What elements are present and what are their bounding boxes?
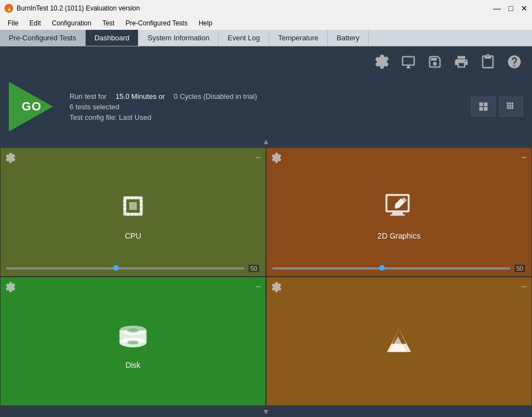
view-tiles-button[interactable] bbox=[471, 97, 496, 117]
help-icon[interactable] bbox=[503, 51, 525, 73]
config-file: Test config file: Last Used bbox=[70, 113, 151, 122]
print-icon[interactable] bbox=[450, 51, 472, 73]
run-duration: 15.0 Minutes or bbox=[115, 92, 165, 101]
menu-pre-configured-tests[interactable]: Pre-Configured Tests bbox=[121, 18, 192, 28]
3dgfx-icon bbox=[377, 319, 421, 363]
tile-2dgfx-minimize[interactable]: − bbox=[521, 152, 527, 162]
app-icon: 🔥 bbox=[4, 4, 13, 13]
tab-system-information[interactable]: System Information bbox=[139, 30, 219, 46]
tests-selected: 6 tests selected bbox=[70, 103, 119, 111]
expand-arrow[interactable]: ▼ bbox=[0, 406, 532, 417]
svg-rect-18 bbox=[390, 214, 405, 216]
menu-help[interactable]: Help bbox=[194, 18, 217, 28]
minimize-button[interactable]: — bbox=[493, 4, 501, 13]
tile-2dgfx-slider-row: 50 bbox=[272, 264, 526, 273]
cpu-icon bbox=[111, 184, 155, 228]
go-area: GO Run test for 15.0 Minutes or 0 Cycles… bbox=[0, 77, 532, 136]
tile-2dgfx-slider[interactable] bbox=[272, 267, 510, 270]
run-info: Run test for 15.0 Minutes or 0 Cycles (D… bbox=[70, 92, 257, 122]
tile-3d-graphics: − bbox=[266, 277, 532, 406]
tile-cpu: − bbox=[0, 147, 266, 277]
2dgfx-icon bbox=[377, 184, 421, 228]
monitor-icon[interactable] bbox=[397, 51, 419, 73]
menu-bar: File Edit Configuration Test Pre-Configu… bbox=[0, 17, 532, 30]
tab-dashboard[interactable]: Dashboard bbox=[86, 30, 139, 46]
run-test-for-label: Run test for bbox=[70, 92, 107, 101]
gear-icon[interactable] bbox=[371, 51, 393, 73]
view-grid-button[interactable] bbox=[499, 97, 523, 117]
tile-2dgfx-label: 2D Graphics bbox=[377, 231, 421, 240]
tile-2dgfx-value: 50 bbox=[514, 264, 526, 273]
disk-icon bbox=[111, 313, 155, 357]
tile-2d-graphics: − 2D Graphics 50 bbox=[266, 147, 532, 277]
save-icon[interactable] bbox=[424, 51, 446, 73]
tile-cpu-label: CPU bbox=[125, 231, 141, 240]
tab-bar: Pre-Configured Tests Dashboard System In… bbox=[0, 30, 532, 46]
toolbar-icons bbox=[371, 51, 525, 73]
tile-disk-settings[interactable] bbox=[5, 282, 16, 294]
svg-point-24 bbox=[127, 341, 139, 345]
app-title: BurnInTest 10.2 (1011) Evaluation versio… bbox=[17, 4, 140, 12]
menu-configuration[interactable]: Configuration bbox=[47, 18, 95, 28]
menu-edit[interactable]: Edit bbox=[25, 18, 45, 28]
menu-test[interactable]: Test bbox=[98, 18, 119, 28]
toolbar bbox=[0, 46, 532, 77]
svg-point-23 bbox=[127, 329, 139, 332]
collapse-arrow[interactable]: ▲ bbox=[0, 136, 532, 147]
tile-disk-minimize[interactable]: − bbox=[255, 282, 261, 292]
window-controls[interactable]: — □ ✕ bbox=[493, 4, 528, 13]
close-button[interactable]: ✕ bbox=[521, 4, 528, 13]
tile-cpu-value: 50 bbox=[248, 264, 260, 273]
tab-pre-configured-tests[interactable]: Pre-Configured Tests bbox=[0, 30, 86, 46]
clipboard-icon[interactable] bbox=[477, 51, 499, 73]
tab-temperature[interactable]: Temperature bbox=[269, 30, 328, 46]
svg-point-19 bbox=[395, 205, 397, 209]
maximize-button[interactable]: □ bbox=[509, 4, 513, 13]
tile-cpu-slider[interactable] bbox=[6, 267, 244, 270]
title-bar: 🔥 BurnInTest 10.2 (1011) Evaluation vers… bbox=[0, 0, 532, 17]
tile-cpu-settings[interactable] bbox=[5, 152, 16, 165]
main-content: GO Run test for 15.0 Minutes or 0 Cycles… bbox=[0, 46, 532, 417]
tiles-grid: − bbox=[0, 147, 532, 406]
svg-rect-17 bbox=[392, 212, 403, 214]
tile-cpu-slider-row: 50 bbox=[6, 264, 260, 273]
tile-disk-label: Disk bbox=[125, 361, 140, 370]
tile-cpu-minimize[interactable]: − bbox=[255, 152, 261, 162]
svg-rect-14 bbox=[129, 202, 137, 210]
tab-battery[interactable]: Battery bbox=[328, 30, 369, 46]
run-cycles: 0 Cycles (Disabled in trial) bbox=[174, 92, 257, 101]
tile-disk: − Disk bbox=[0, 277, 266, 406]
tab-event-log[interactable]: Event Log bbox=[219, 30, 269, 46]
tile-2dgfx-settings[interactable] bbox=[271, 152, 282, 165]
tile-3dgfx-settings[interactable] bbox=[271, 282, 282, 294]
tile-3dgfx-minimize[interactable]: − bbox=[521, 282, 527, 292]
go-label: GO bbox=[22, 99, 41, 114]
go-button[interactable]: GO bbox=[9, 82, 58, 131]
menu-file[interactable]: File bbox=[3, 18, 23, 28]
